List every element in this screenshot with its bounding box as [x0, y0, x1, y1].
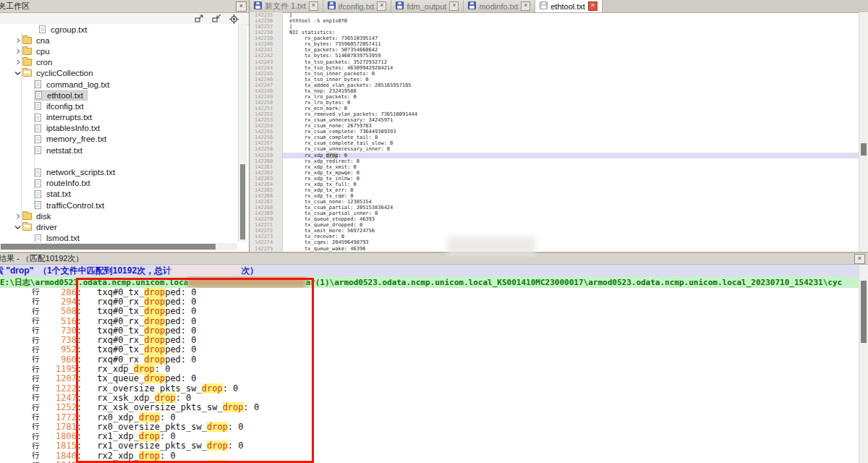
editor-line: 142242 tx_bytes: 514607839753959: [250, 53, 859, 59]
result-line-number: 1840: [45, 451, 77, 461]
file-icon: [35, 201, 41, 209]
editor-line: 142252 rx_removed_vlan_packets: 73651009…: [250, 111, 859, 117]
floppy-icon: [540, 1, 548, 11]
tree-item-cyclicCollection[interactable]: cyclicCollection: [0, 68, 238, 79]
result-line-number: 1772: [45, 412, 77, 422]
editor-line: 142273 tx_recover: 0: [250, 234, 859, 239]
folder-icon: [22, 69, 32, 77]
editor-tab-ifconfig-txt[interactable]: ifconfig.txt ×: [323, 0, 392, 12]
tree-item-iptablesInfo-txt[interactable]: iptablesInfo.txt: [0, 123, 238, 134]
tab-label: ifconfig.txt: [339, 2, 375, 11]
tree-item-label: cyclicCollection: [35, 69, 95, 77]
editor-line: 142254 rx_csum_none: 26759783: [250, 123, 859, 129]
folder-icon: [22, 37, 32, 44]
expand-all-icon[interactable]: [195, 14, 204, 23]
results-vscroll-thumb[interactable]: [861, 281, 867, 343]
tab-label: 新文件 1.txt: [265, 1, 306, 12]
editor-panel: 新文件 1.txt × ifconfig.txt × fdm_output × …: [250, 0, 868, 252]
tree-item-stat-txt[interactable]: stat.txt: [0, 189, 238, 200]
results-close-icon[interactable]: ×: [854, 254, 865, 264]
workspace-close-icon[interactable]: ×: [236, 1, 247, 12]
editor-tab-fdm-output[interactable]: fdm_output ×: [391, 0, 464, 12]
tree-hscroll-thumb[interactable]: [1, 244, 216, 250]
line-number: 142274: [250, 239, 283, 245]
line-number: 142240: [250, 41, 283, 47]
tree-item-driver[interactable]: driver: [0, 221, 238, 232]
tree-item-command-log-txt[interactable]: command_log.txt: [0, 79, 238, 90]
tree-item-routeInfo-txt[interactable]: routeInfo.txt: [0, 178, 238, 189]
tab-close-icon[interactable]: ×: [521, 1, 530, 11]
locate-current-file-icon[interactable]: [229, 14, 239, 24]
file-icon: [35, 135, 41, 143]
tree-item-lsmod-txt[interactable]: lsmod.txt: [0, 233, 238, 242]
line-number: 142237: [250, 24, 283, 30]
tree-vscroll-thumb[interactable]: [240, 164, 245, 239]
tree-item-cna[interactable]: cna: [0, 35, 238, 46]
editor-tabbar: 新文件 1.txt × ifconfig.txt × fdm_output × …: [250, 0, 868, 13]
result-line-number: 508: [45, 306, 77, 316]
tree-item-netstat-txt[interactable]: netstat.txt: [0, 145, 238, 156]
result-line-number: 730: [45, 326, 77, 336]
line-number: 142254: [250, 123, 283, 129]
result-line-number: 952: [45, 344, 77, 354]
line-number: 142235: [250, 12, 283, 18]
tree-item-trafficControl-txt[interactable]: trafficControl.txt: [0, 200, 238, 211]
results-title: 结果 - （匹配10192次）: [0, 253, 83, 264]
tab-close-icon[interactable]: ×: [309, 1, 318, 11]
line-number: 142241: [250, 47, 283, 53]
line-number: 142255: [250, 129, 283, 135]
workspace-titlebar: 夹工作区 ×: [0, 0, 249, 13]
line-number: 142238: [250, 30, 283, 35]
floppy-icon: [468, 1, 476, 11]
tree-item-network-scripts-txt[interactable]: network_scripts.txt: [0, 166, 238, 177]
tree-horizontal-scrollbar[interactable]: [0, 243, 237, 250]
line-number: 142257: [250, 140, 283, 146]
collapse-all-icon[interactable]: [212, 14, 221, 23]
line-number: 142253: [250, 117, 283, 123]
tree-item-cgroup-txt[interactable]: cgroup.txt: [0, 24, 238, 35]
editor-vertical-scrollbar[interactable]: [859, 12, 868, 252]
editor-tab-ethtool-txt[interactable]: ethtool.txt ×: [535, 0, 603, 12]
tab-close-icon[interactable]: ×: [588, 1, 597, 11]
tree-item-cron[interactable]: cron: [0, 57, 238, 68]
result-line-number: 1806: [45, 431, 77, 441]
tree-item-label: interrupts.txt: [45, 113, 93, 122]
result-line-number: 1815: [45, 441, 77, 451]
results-vertical-scrollbar[interactable]: [859, 265, 868, 463]
editor-tab-modinfo-txt[interactable]: modinfo.txt ×: [464, 0, 535, 12]
editor-line: 142264 rx_xdp_tx_full: 0: [250, 182, 859, 187]
line-number: 142256: [250, 135, 283, 140]
line-number: 142247: [250, 82, 283, 88]
line-number: 142250: [250, 100, 283, 106]
tab-close-icon[interactable]: ×: [449, 1, 459, 11]
editor-line: 142243 tx_tso_packets: 35272932712: [250, 59, 859, 65]
folder-icon: [22, 224, 32, 231]
tree-item-ethtool-txt[interactable]: ethtool.txt: [0, 90, 238, 101]
tree-vertical-scrollbar[interactable]: [238, 24, 247, 242]
tree-item-disk[interactable]: disk: [0, 211, 238, 221]
editor-line: 142274 tx_cqes: 204596498793: [250, 239, 859, 245]
line-number: 142275: [250, 246, 283, 252]
tree-item-ifconfig-txt[interactable]: ifconfig.txt: [0, 101, 238, 111]
editor-line: 142248 tx_nop: 232419588: [250, 88, 859, 94]
line-number: 142269: [250, 211, 283, 216]
result-line-number: 960: [45, 354, 77, 365]
line-number: 142262: [250, 170, 283, 176]
editor-text-area[interactable]: 142235} 142236ethtool -S enp1s0f0 142237…: [250, 12, 859, 252]
tree-item-memory-free-txt[interactable]: memory_free.txt: [0, 134, 238, 145]
tab-close-icon[interactable]: ×: [377, 1, 386, 11]
line-number: 142251: [250, 106, 283, 111]
tree-item-cpu[interactable]: cpu: [0, 46, 238, 56]
line-number: 142268: [250, 205, 283, 211]
line-number: 142248: [250, 88, 283, 94]
editor-vscroll-thumb[interactable]: [861, 143, 867, 156]
line-number: 142267: [250, 199, 283, 205]
line-number: 142260: [250, 158, 283, 164]
tree-item-label: driver: [35, 223, 59, 232]
editor-line: 142251 rx_ecn_mark: 0: [250, 106, 859, 111]
tree-item-interrupts-txt[interactable]: interrupts.txt: [0, 112, 238, 123]
file-icon: [35, 169, 41, 177]
line-number: 142272: [250, 228, 283, 234]
result-line-number: 1195: [45, 364, 77, 374]
editor-tab--1-txt[interactable]: 新文件 1.txt ×: [250, 0, 323, 12]
